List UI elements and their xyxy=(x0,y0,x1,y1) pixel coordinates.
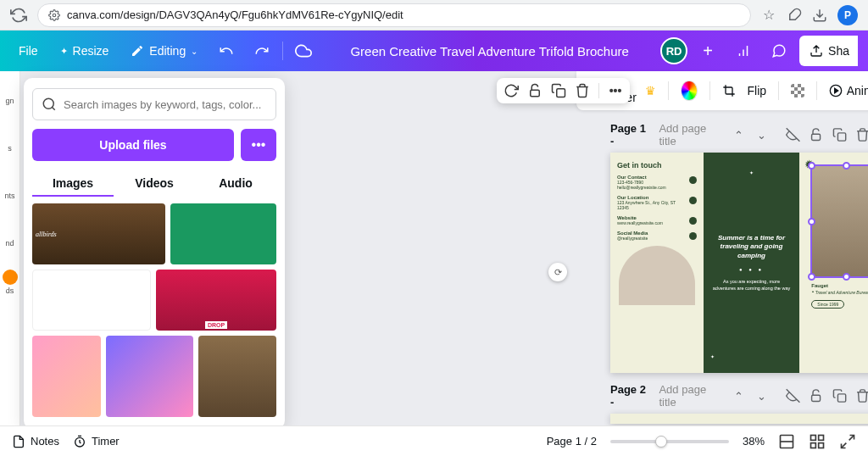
canvas-area[interactable]: BG Remover♛ Flip Animate Position Page 1… xyxy=(288,71,868,425)
upload-thumb[interactable] xyxy=(170,203,276,264)
collapse-up-icon[interactable]: ⌃ xyxy=(732,388,746,403)
bookmark-icon[interactable]: ☆ xyxy=(761,8,776,23)
regenerate-icon[interactable] xyxy=(504,83,519,98)
redo-button[interactable] xyxy=(247,37,277,64)
upload-files-button[interactable]: Upload files xyxy=(32,129,234,161)
panel-heading: Get in touch xyxy=(617,161,697,170)
cloud-sync-icon[interactable] xyxy=(288,37,319,64)
duplicate-icon[interactable] xyxy=(832,127,847,142)
undo-button[interactable] xyxy=(211,37,242,64)
upload-thumb[interactable]: DROP xyxy=(156,270,276,331)
notes-button[interactable]: Notes xyxy=(12,435,59,448)
extensions-icon[interactable] xyxy=(787,8,802,23)
zoom-value[interactable]: 38% xyxy=(743,435,765,448)
timer-button[interactable]: Timer xyxy=(73,435,120,448)
upload-more-button[interactable]: ••• xyxy=(241,129,276,161)
svg-rect-27 xyxy=(811,442,816,448)
duplicate-icon[interactable] xyxy=(551,83,566,98)
add-collaborator-button[interactable]: + xyxy=(693,37,723,64)
flip-button[interactable]: Flip xyxy=(748,84,767,97)
uploads-panel: Upload files ••• Images Videos Audio all… xyxy=(24,78,285,429)
crop-button[interactable] xyxy=(722,84,736,97)
fullscreen-icon[interactable] xyxy=(839,433,856,450)
app-header: File ✦Resize Editing ⌄ Green Creative Tr… xyxy=(0,31,868,71)
svg-rect-12 xyxy=(812,395,821,401)
page-title-input[interactable]: Add page title xyxy=(659,383,723,409)
svg-line-29 xyxy=(842,442,847,448)
editing-menu[interactable]: Editing ⌄ xyxy=(122,37,206,64)
zoom-slider[interactable] xyxy=(610,440,729,443)
browser-chrome: canva.com/design/DAGV3QAn4yQ/Fgu6hkYdMV6… xyxy=(0,0,868,31)
tab-audio[interactable]: Audio xyxy=(195,171,276,197)
svg-marker-5 xyxy=(834,88,837,92)
footer-bar: Notes Timer Page 1 / 2 38% xyxy=(0,425,868,456)
page-label: Page 1 - xyxy=(610,122,650,147)
page-label: Page 2 - xyxy=(610,383,650,409)
user-avatar[interactable]: RD xyxy=(660,37,687,64)
upload-thumb[interactable] xyxy=(32,270,151,331)
resize-menu[interactable]: ✦Resize xyxy=(52,37,118,64)
brochure-panel-headline[interactable]: ✦ Summer is a time for traveling and goi… xyxy=(704,153,800,373)
page-title-input[interactable]: Add page title xyxy=(659,122,723,147)
upload-thumb[interactable] xyxy=(32,336,101,417)
url-bar[interactable]: canva.com/design/DAGV3QAn4yQ/Fgu6hkYdMV6… xyxy=(37,3,751,27)
search-input[interactable] xyxy=(32,88,276,120)
lock-icon[interactable] xyxy=(527,83,542,98)
document-title[interactable]: Green Creative Travel Adventure Trifold … xyxy=(324,44,655,58)
brochure-page-1[interactable]: Get in touch Our Contact123-456-7890hell… xyxy=(610,153,868,373)
refresh-icon[interactable] xyxy=(10,7,27,24)
more-options-icon[interactable]: ••• xyxy=(608,83,623,98)
svg-rect-19 xyxy=(531,90,540,97)
lock-icon[interactable] xyxy=(809,388,823,403)
browser-profile-avatar[interactable]: P xyxy=(837,5,858,25)
tab-videos[interactable]: Videos xyxy=(114,171,195,197)
share-button[interactable]: Sha xyxy=(799,36,858,66)
collapse-up-icon[interactable]: ⌃ xyxy=(732,127,746,142)
selected-image[interactable] xyxy=(810,164,868,278)
animate-button[interactable]: Animate xyxy=(829,84,868,97)
upload-thumb[interactable] xyxy=(198,336,276,417)
sync-badge-icon[interactable]: ⟳ xyxy=(548,263,567,281)
thumbnail-view-icon[interactable] xyxy=(809,433,826,450)
play-circle-icon xyxy=(829,84,843,97)
expand-down-icon[interactable]: ⌄ xyxy=(754,127,769,142)
rail-item[interactable]: gn xyxy=(3,80,18,105)
search-icon xyxy=(42,97,57,112)
image-grid: allbirds DROP xyxy=(32,203,276,419)
color-picker[interactable] xyxy=(681,81,698,101)
duplicate-icon[interactable] xyxy=(832,388,847,403)
search-field[interactable] xyxy=(64,98,267,111)
rail-item[interactable]: nts xyxy=(3,175,18,200)
upload-thumb[interactable]: allbirds xyxy=(32,203,165,264)
brochure-page-2[interactable] xyxy=(610,414,868,424)
media-tabs: Images Videos Audio xyxy=(32,171,276,197)
lock-icon[interactable] xyxy=(809,127,823,142)
upload-thumb[interactable] xyxy=(106,336,194,417)
svg-point-0 xyxy=(53,14,56,17)
trash-icon[interactable] xyxy=(575,83,590,98)
site-settings-icon[interactable] xyxy=(48,9,60,21)
url-text: canva.com/design/DAGV3QAn4yQ/Fgu6hkYdMV6… xyxy=(67,8,403,21)
brand-tag: Fauget xyxy=(811,283,828,288)
trash-icon[interactable] xyxy=(855,127,868,142)
transparency-button[interactable] xyxy=(791,84,804,97)
analytics-icon[interactable] xyxy=(728,37,759,64)
comment-icon[interactable] xyxy=(764,37,794,64)
left-rail: gn s nts nd ds xyxy=(0,71,20,456)
rail-item[interactable]: s xyxy=(3,127,18,153)
page-indicator[interactable]: Page 1 / 2 xyxy=(547,435,597,448)
file-menu[interactable]: File xyxy=(10,37,47,64)
hide-icon[interactable] xyxy=(786,127,800,142)
selection-toolbar: ••• xyxy=(497,78,630,103)
hide-icon[interactable] xyxy=(786,388,800,403)
expand-down-icon[interactable]: ⌄ xyxy=(754,388,769,403)
brochure-panel-cover[interactable]: ✹ Fauget ❝ Travel and Adventure Bureau S… xyxy=(799,153,868,373)
trash-icon[interactable] xyxy=(855,388,868,403)
tab-images[interactable]: Images xyxy=(32,171,114,197)
arch-image[interactable] xyxy=(619,246,695,305)
rail-item[interactable]: nd xyxy=(3,222,18,247)
grid-view-icon[interactable] xyxy=(778,433,795,450)
rail-item[interactable]: ds xyxy=(3,270,18,295)
download-icon[interactable] xyxy=(812,8,827,23)
brochure-panel-contact[interactable]: Get in touch Our Contact123-456-7890hell… xyxy=(610,153,704,373)
